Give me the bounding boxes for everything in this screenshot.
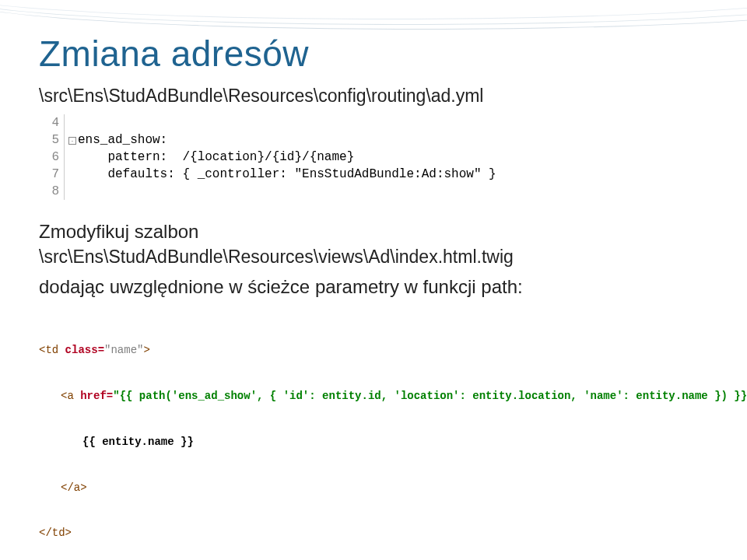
line-number: 6 (40, 150, 64, 164)
code-line: </td> (39, 526, 708, 541)
code-line: <a href="{{ path('ens_ad_show', { 'id': … (39, 389, 708, 404)
code-text: defaults: { _controller: "EnsStudAdBundl… (78, 167, 708, 181)
code-row: 5 - ens_ad_show: (40, 131, 708, 149)
line-number: 8 (40, 184, 64, 198)
line-number: 5 (40, 133, 64, 147)
code-text: ens_ad_show: (78, 133, 708, 147)
code-text: pattern: /{location}/{id}/{name} (78, 150, 708, 164)
code-line: </a> (39, 481, 708, 496)
fold-toggle-icon: - (68, 136, 78, 145)
yaml-path: \src\Ens\StudAdBundle\Resources\config\r… (39, 86, 708, 107)
code-row: 6 pattern: /{location}/{id}/{name} (40, 149, 708, 166)
twig-path: \src\Ens\StudAdBundle\Resources\views\Ad… (39, 247, 708, 268)
code-row: 7 defaults: { _controller: "EnsStudAdBun… (40, 166, 708, 183)
code-row: 8 (40, 183, 708, 200)
line-number: 4 (40, 116, 64, 130)
code-row: 4 (40, 114, 708, 131)
code-line: <td class="name"> (39, 343, 708, 359)
slide: Zmiana adresów \src\Ens\StudAdBundle\Res… (0, 0, 747, 560)
yaml-code-block: 4 5 - ens_ad_show: 6 pattern: /{location… (39, 114, 708, 200)
twig-code-block: <td class="name"> <a href="{{ path('ens_… (39, 313, 708, 560)
line-number: 7 (40, 167, 64, 181)
adding-params-label: dodając uwzględnione w ścieżce parametry… (39, 275, 708, 299)
slide-title: Zmiana adresów (39, 33, 708, 75)
modify-template-heading: Zmodyfikuj szalbon (39, 220, 708, 243)
code-line: {{ entity.name }} (39, 435, 708, 450)
